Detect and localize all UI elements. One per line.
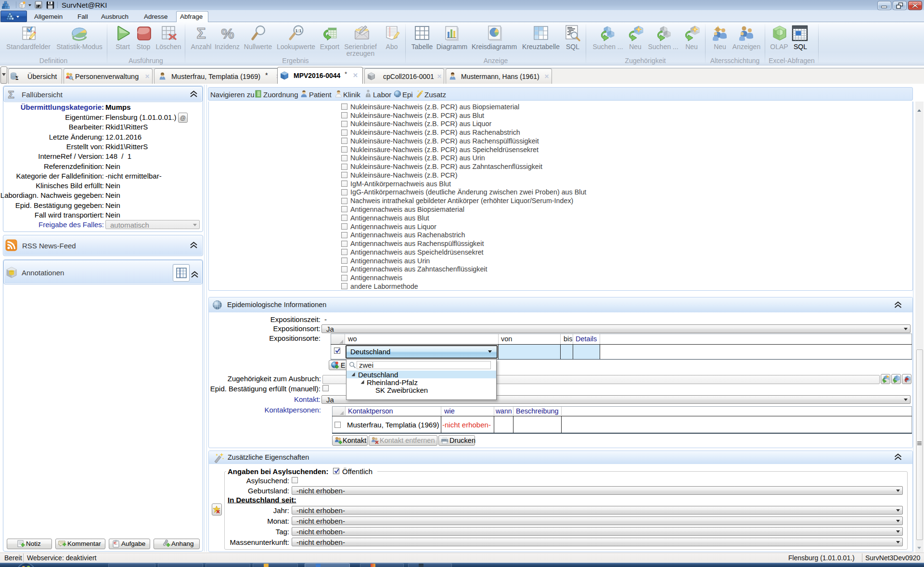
svg-text:Σ: Σ [8, 89, 14, 100]
svg-text:%: % [221, 26, 234, 41]
svg-text:Σ: Σ [196, 25, 205, 41]
svg-text:1:1: 1:1 [295, 28, 301, 33]
svg-text:Σ: Σ [15, 75, 18, 80]
